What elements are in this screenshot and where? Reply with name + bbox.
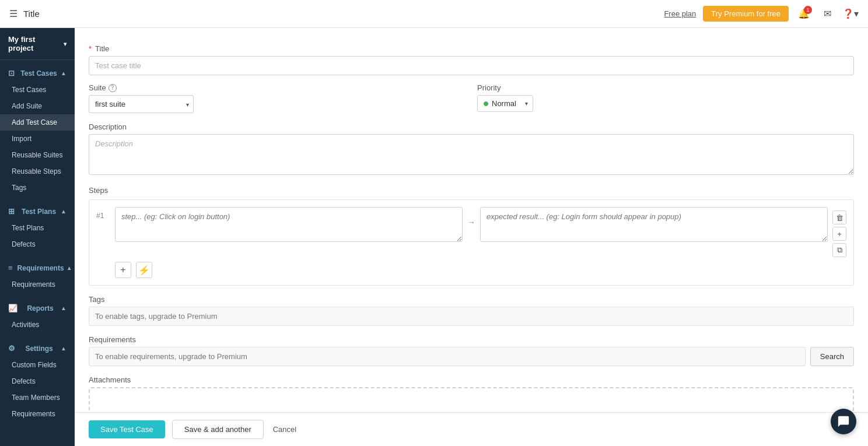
settings-section-icon: ⚙ — [8, 344, 15, 353]
save-add-another-button[interactable]: Save & add another — [172, 420, 264, 439]
sidebar-item-activities[interactable]: Activities — [0, 317, 75, 333]
sidebar-section-header-reports[interactable]: 📈 Reports ▲ — [0, 300, 75, 317]
title-field-section: * Title — [89, 44, 854, 75]
add-step-lightning-button[interactable]: ⚡ — [136, 262, 152, 278]
requirements-search-button[interactable]: Search — [810, 347, 854, 366]
sidebar-item-test-plans[interactable]: Test Plans — [0, 220, 75, 236]
sidebar-item-custom-fields[interactable]: Custom Fields — [0, 357, 75, 373]
suite-info-icon[interactable]: ? — [108, 84, 117, 92]
project-chevron-icon: ▾ — [64, 41, 66, 47]
suite-col: Suite ? first suite ▾ — [89, 83, 466, 113]
sidebar-section-test-cases: ⊡ Test Cases ▲ Test Cases Add Suite Add … — [0, 60, 75, 198]
priority-col: Priority Normal ▾ — [477, 83, 854, 113]
test-plans-section-icon: ⊞ — [8, 207, 15, 216]
sidebar-item-requirements[interactable]: Requirements — [0, 276, 75, 293]
reports-chevron-icon: ▲ — [61, 305, 66, 311]
suite-priority-row: Suite ? first suite ▾ Priority — [89, 83, 854, 113]
title-required-marker: * — [89, 44, 92, 53]
topbar-right: Free plan Try Premium for free 🔔 1 ✉ ❓▾ — [664, 6, 859, 22]
sidebar-item-reusable-suites[interactable]: Reusable Suites — [0, 147, 75, 163]
topbar-left: ☰ Title — [9, 8, 40, 19]
priority-dot-icon — [484, 101, 488, 106]
sidebar-item-reusable-steps[interactable]: Reusable Steps — [0, 163, 75, 180]
requirements-label: Requirements — [89, 335, 854, 344]
requirements-input — [89, 347, 806, 366]
save-test-case-button[interactable]: Save Test Case — [89, 420, 165, 438]
form-footer: Save Test Case Save & add another Cancel — [75, 412, 868, 446]
topbar: ☰ Title Free plan Try Premium for free 🔔… — [0, 0, 868, 28]
sidebar-item-test-cases[interactable]: Test Cases — [0, 82, 75, 98]
step-delete-icon[interactable]: 🗑 — [832, 210, 846, 224]
project-name[interactable]: My first project ▾ — [0, 28, 75, 60]
hamburger-icon[interactable]: ☰ — [9, 8, 18, 19]
step-input[interactable] — [115, 207, 463, 242]
layout: My first project ▾ ⊡ Test Cases ▲ Test C… — [0, 28, 868, 446]
description-textarea[interactable] — [89, 134, 854, 175]
step-result-input[interactable] — [480, 207, 828, 242]
sidebar-item-defects[interactable]: Defects — [0, 236, 75, 252]
test-plans-chevron-icon: ▲ — [61, 208, 66, 215]
tags-input — [89, 307, 854, 326]
title-input[interactable] — [89, 56, 854, 75]
sidebar-section-settings: ⚙ Settings ▲ Custom Fields Defects Team … — [0, 335, 75, 424]
sidebar-item-settings-requirements[interactable]: Requirements — [0, 406, 75, 422]
requirements-section: Requirements Search — [89, 335, 854, 366]
free-plan-link[interactable]: Free plan — [664, 9, 696, 18]
sidebar-section-header-test-cases[interactable]: ⊡ Test Cases ▲ — [0, 65, 75, 82]
step-arrow-icon: → — [467, 207, 475, 227]
sidebar-item-team-members[interactable]: Team Members — [0, 389, 75, 406]
sidebar-item-add-suite[interactable]: Add Suite — [0, 98, 75, 114]
steps-add-row: + ⚡ — [96, 262, 846, 278]
sidebar-item-add-test-case[interactable]: Add Test Case — [0, 114, 75, 131]
main-content: * Title Suite ? first suite ▾ — [75, 28, 868, 446]
notification-icon[interactable]: 🔔 1 — [796, 6, 812, 22]
add-step-button[interactable]: + — [115, 262, 131, 278]
sidebar-section-header-test-plans[interactable]: ⊞ Test Plans ▲ — [0, 203, 75, 220]
sidebar-section-test-plans: ⊞ Test Plans ▲ Test Plans Defects — [0, 198, 75, 255]
steps-label: Steps — [89, 186, 854, 195]
chat-fab-button[interactable] — [831, 409, 856, 434]
sidebar-item-tags[interactable]: Tags — [0, 180, 75, 196]
reports-section-label: Reports — [27, 304, 53, 312]
cancel-button[interactable]: Cancel — [271, 420, 299, 438]
sidebar-section-header-requirements[interactable]: ≡ Requirements ▲ — [0, 259, 75, 276]
test-cases-section-label: Test Cases — [20, 69, 57, 78]
sidebar-item-import[interactable]: Import — [0, 131, 75, 147]
try-premium-button[interactable]: Try Premium for free — [703, 6, 789, 22]
project-label: My first project — [8, 35, 60, 52]
priority-select[interactable]: Normal ▾ — [477, 95, 533, 112]
requirements-section-icon: ≡ — [8, 264, 13, 272]
steps-section: Steps #1 → 🗑 + ⧉ + — [89, 186, 854, 286]
settings-section-label: Settings — [25, 345, 52, 353]
sidebar-section-requirements: ≡ Requirements ▲ Requirements — [0, 255, 75, 295]
sidebar-section-header-settings[interactable]: ⚙ Settings ▲ — [0, 340, 75, 357]
description-label: Description — [89, 122, 854, 131]
sidebar-section-reports: 📈 Reports ▲ Activities — [0, 295, 75, 335]
requirements-row: Search — [89, 347, 854, 366]
test-cases-section-icon: ⊡ — [8, 69, 15, 78]
priority-value: Normal — [492, 99, 516, 108]
tags-section: Tags — [89, 295, 854, 326]
help-icon[interactable]: ❓▾ — [842, 6, 859, 22]
suite-label: Suite ? — [89, 83, 466, 92]
step-row: #1 → 🗑 + ⧉ — [96, 207, 846, 257]
step-copy-icon[interactable]: ⧉ — [832, 243, 846, 257]
steps-container: #1 → 🗑 + ⧉ + ⚡ — [89, 199, 854, 286]
step-add-icon[interactable]: + — [832, 227, 846, 241]
topbar-title: Title — [23, 9, 40, 19]
suite-select[interactable]: first suite — [89, 95, 194, 113]
sidebar-item-settings-defects[interactable]: Defects — [0, 373, 75, 389]
description-section: Description — [89, 122, 854, 177]
step-actions: 🗑 + ⧉ — [832, 207, 846, 257]
mail-icon[interactable]: ✉ — [819, 6, 835, 22]
priority-chevron-down-icon: ▾ — [525, 100, 528, 107]
priority-label: Priority — [477, 83, 854, 92]
settings-chevron-icon: ▲ — [61, 345, 66, 352]
suite-select-wrap: first suite ▾ — [89, 95, 194, 113]
notification-badge: 1 — [804, 6, 812, 14]
title-label: * Title — [89, 44, 854, 53]
test-plans-section-label: Test Plans — [22, 208, 56, 216]
tags-label: Tags — [89, 295, 854, 304]
step-number: #1 — [96, 207, 110, 220]
requirements-chevron-icon: ▲ — [66, 265, 72, 271]
